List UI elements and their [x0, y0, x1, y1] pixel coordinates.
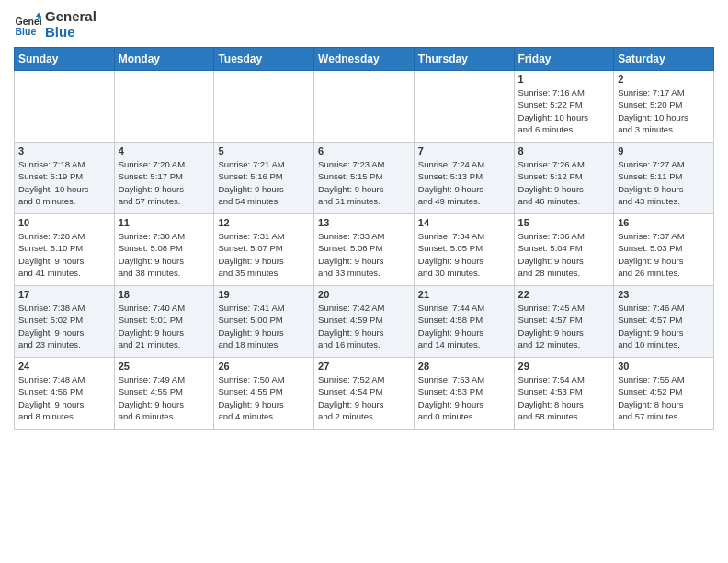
day-number: 12 [218, 217, 310, 228]
day-number: 28 [418, 361, 510, 372]
day-cell: 23Sunrise: 7:46 AM Sunset: 4:57 PM Dayli… [614, 286, 714, 358]
day-cell: 1Sunrise: 7:16 AM Sunset: 5:22 PM Daylig… [514, 71, 614, 143]
weekday-header-wednesday: Wednesday [314, 48, 415, 71]
day-info: Sunrise: 7:46 AM Sunset: 4:57 PM Dayligh… [618, 302, 710, 350]
day-info: Sunrise: 7:20 AM Sunset: 5:17 PM Dayligh… [119, 158, 210, 207]
weekday-header-friday: Friday [514, 48, 614, 71]
day-number: 10 [18, 217, 110, 228]
day-cell: 21Sunrise: 7:44 AM Sunset: 4:58 PM Dayli… [414, 286, 514, 358]
day-number: 4 [119, 145, 210, 156]
day-info: Sunrise: 7:38 AM Sunset: 5:02 PM Dayligh… [18, 302, 110, 350]
day-number: 26 [218, 361, 310, 372]
day-number: 8 [518, 145, 610, 156]
day-cell: 15Sunrise: 7:36 AM Sunset: 5:04 PM Dayli… [514, 214, 614, 286]
calendar-body: 1Sunrise: 7:16 AM Sunset: 5:22 PM Daylig… [15, 71, 714, 430]
day-number: 3 [18, 145, 110, 156]
day-cell [414, 71, 514, 143]
day-cell [214, 71, 314, 143]
day-info: Sunrise: 7:55 AM Sunset: 4:52 PM Dayligh… [618, 373, 710, 422]
weekday-row: SundayMondayTuesdayWednesdayThursdayFrid… [15, 48, 714, 71]
day-info: Sunrise: 7:33 AM Sunset: 5:06 PM Dayligh… [318, 230, 410, 279]
day-number: 24 [18, 361, 110, 372]
svg-text:Blue: Blue [16, 25, 37, 36]
day-info: Sunrise: 7:37 AM Sunset: 5:03 PM Dayligh… [618, 230, 710, 279]
day-info: Sunrise: 7:31 AM Sunset: 5:07 PM Dayligh… [218, 230, 310, 279]
calendar-container: General Blue General Blue SundayMondayTu… [0, 0, 728, 439]
weekday-header-sunday: Sunday [15, 48, 115, 71]
day-number: 9 [618, 145, 710, 156]
day-number: 17 [18, 289, 110, 300]
day-cell: 19Sunrise: 7:41 AM Sunset: 5:00 PM Dayli… [214, 286, 314, 358]
day-info: Sunrise: 7:53 AM Sunset: 4:53 PM Dayligh… [418, 373, 510, 422]
day-number: 19 [218, 289, 310, 300]
day-number: 15 [518, 217, 610, 228]
day-info: Sunrise: 7:16 AM Sunset: 5:22 PM Dayligh… [518, 86, 610, 135]
week-row-1: 1Sunrise: 7:16 AM Sunset: 5:22 PM Daylig… [15, 71, 714, 143]
day-cell: 4Sunrise: 7:20 AM Sunset: 5:17 PM Daylig… [114, 143, 214, 214]
day-cell: 29Sunrise: 7:54 AM Sunset: 4:53 PM Dayli… [514, 358, 614, 430]
day-info: Sunrise: 7:27 AM Sunset: 5:11 PM Dayligh… [618, 158, 710, 207]
header: General Blue General Blue [14, 9, 714, 40]
week-row-3: 10Sunrise: 7:28 AM Sunset: 5:10 PM Dayli… [15, 214, 714, 286]
week-row-5: 24Sunrise: 7:48 AM Sunset: 4:56 PM Dayli… [15, 358, 714, 430]
day-number: 6 [318, 145, 410, 156]
day-cell: 17Sunrise: 7:38 AM Sunset: 5:02 PM Dayli… [15, 286, 115, 358]
day-cell: 30Sunrise: 7:55 AM Sunset: 4:52 PM Dayli… [614, 358, 714, 430]
logo: General Blue General Blue [14, 9, 97, 40]
day-number: 30 [618, 361, 710, 372]
day-number: 5 [218, 145, 310, 156]
weekday-header-saturday: Saturday [614, 48, 714, 71]
day-number: 21 [418, 289, 510, 300]
day-info: Sunrise: 7:26 AM Sunset: 5:12 PM Dayligh… [518, 158, 610, 207]
day-cell [15, 71, 115, 143]
day-cell: 28Sunrise: 7:53 AM Sunset: 4:53 PM Dayli… [414, 358, 514, 430]
week-row-2: 3Sunrise: 7:18 AM Sunset: 5:19 PM Daylig… [15, 143, 714, 214]
day-info: Sunrise: 7:18 AM Sunset: 5:19 PM Dayligh… [18, 158, 110, 207]
week-row-4: 17Sunrise: 7:38 AM Sunset: 5:02 PM Dayli… [15, 286, 714, 358]
day-info: Sunrise: 7:36 AM Sunset: 5:04 PM Dayligh… [518, 230, 610, 279]
day-cell [314, 71, 415, 143]
day-info: Sunrise: 7:17 AM Sunset: 5:20 PM Dayligh… [618, 86, 710, 135]
day-cell: 26Sunrise: 7:50 AM Sunset: 4:55 PM Dayli… [214, 358, 314, 430]
calendar-header: SundayMondayTuesdayWednesdayThursdayFrid… [15, 48, 714, 71]
day-number: 16 [618, 217, 710, 228]
day-cell: 12Sunrise: 7:31 AM Sunset: 5:07 PM Dayli… [214, 214, 314, 286]
weekday-header-thursday: Thursday [414, 48, 514, 71]
day-number: 29 [518, 361, 610, 372]
day-number: 7 [418, 145, 510, 156]
day-cell: 16Sunrise: 7:37 AM Sunset: 5:03 PM Dayli… [614, 214, 714, 286]
day-info: Sunrise: 7:21 AM Sunset: 5:16 PM Dayligh… [218, 158, 310, 207]
day-cell: 22Sunrise: 7:45 AM Sunset: 4:57 PM Dayli… [514, 286, 614, 358]
day-number: 23 [618, 289, 710, 300]
day-info: Sunrise: 7:30 AM Sunset: 5:08 PM Dayligh… [119, 230, 210, 279]
day-cell: 10Sunrise: 7:28 AM Sunset: 5:10 PM Dayli… [15, 214, 115, 286]
day-cell: 18Sunrise: 7:40 AM Sunset: 5:01 PM Dayli… [114, 286, 214, 358]
logo-icon: General Blue [14, 11, 41, 39]
day-info: Sunrise: 7:24 AM Sunset: 5:13 PM Dayligh… [418, 158, 510, 207]
day-number: 1 [518, 74, 610, 85]
day-info: Sunrise: 7:54 AM Sunset: 4:53 PM Dayligh… [518, 373, 610, 422]
day-cell: 2Sunrise: 7:17 AM Sunset: 5:20 PM Daylig… [614, 71, 714, 143]
day-info: Sunrise: 7:34 AM Sunset: 5:05 PM Dayligh… [418, 230, 510, 279]
day-cell: 14Sunrise: 7:34 AM Sunset: 5:05 PM Dayli… [414, 214, 514, 286]
day-cell: 8Sunrise: 7:26 AM Sunset: 5:12 PM Daylig… [514, 143, 614, 214]
day-cell: 7Sunrise: 7:24 AM Sunset: 5:13 PM Daylig… [414, 143, 514, 214]
day-cell: 5Sunrise: 7:21 AM Sunset: 5:16 PM Daylig… [214, 143, 314, 214]
day-number: 20 [318, 289, 410, 300]
day-cell: 9Sunrise: 7:27 AM Sunset: 5:11 PM Daylig… [614, 143, 714, 214]
day-info: Sunrise: 7:40 AM Sunset: 5:01 PM Dayligh… [119, 302, 210, 350]
weekday-header-monday: Monday [114, 48, 214, 71]
weekday-header-tuesday: Tuesday [214, 48, 314, 71]
svg-marker-2 [36, 12, 41, 17]
day-info: Sunrise: 7:50 AM Sunset: 4:55 PM Dayligh… [218, 373, 310, 422]
day-info: Sunrise: 7:44 AM Sunset: 4:58 PM Dayligh… [418, 302, 510, 350]
day-number: 2 [618, 74, 710, 85]
day-cell: 24Sunrise: 7:48 AM Sunset: 4:56 PM Dayli… [15, 358, 115, 430]
day-cell: 20Sunrise: 7:42 AM Sunset: 4:59 PM Dayli… [314, 286, 415, 358]
day-cell: 27Sunrise: 7:52 AM Sunset: 4:54 PM Dayli… [314, 358, 415, 430]
day-number: 22 [518, 289, 610, 300]
day-number: 27 [318, 361, 410, 372]
day-number: 18 [119, 289, 210, 300]
day-info: Sunrise: 7:48 AM Sunset: 4:56 PM Dayligh… [18, 373, 110, 422]
day-cell: 6Sunrise: 7:23 AM Sunset: 5:15 PM Daylig… [314, 143, 415, 214]
